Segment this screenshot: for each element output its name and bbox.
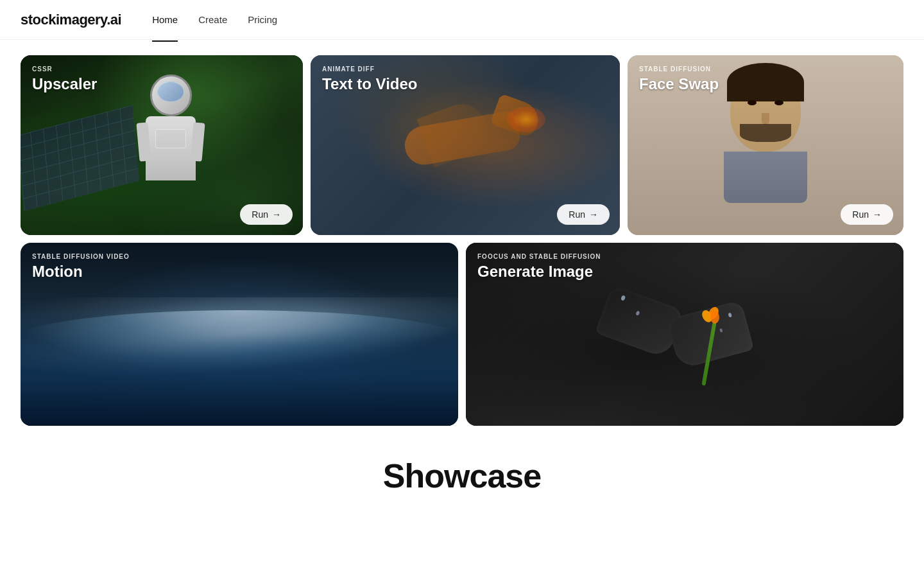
nav-links: Home Create Pricing <box>152 12 277 28</box>
droplet-1 <box>620 295 626 301</box>
text-to-video-run-label: Run <box>569 209 585 220</box>
droplet-2 <box>635 310 640 315</box>
nav-home[interactable]: Home <box>152 12 178 28</box>
face-beard <box>740 124 791 142</box>
gloves-visual <box>588 270 781 399</box>
text-to-video-label: ANIMATE DIFF Text to Video <box>322 66 417 93</box>
face-shirt <box>724 152 807 203</box>
showcase-section: Showcase <box>21 426 903 511</box>
flower-head <box>697 306 723 328</box>
face-hair <box>727 63 804 101</box>
card-text-to-video[interactable]: ANIMATE DIFF Text to Video Run → <box>311 55 620 235</box>
motion-subtitle: STABLE DIFFUSION VIDEO <box>32 253 130 260</box>
upscaler-title: Upscaler <box>32 75 97 93</box>
face-nose <box>762 113 769 125</box>
upscaler-run-label: Run <box>252 209 268 220</box>
navigation: stockimagery.ai Home Create Pricing <box>0 0 924 40</box>
face-swap-label: STABLE DIFFUSION Face Swap <box>639 66 719 93</box>
bottom-card-grid: STABLE DIFFUSION VIDEO Motion <box>21 243 903 426</box>
droplet-3 <box>728 312 732 317</box>
motion-title: Motion <box>32 263 130 281</box>
text-to-video-subtitle: ANIMATE DIFF <box>322 66 417 73</box>
face-swap-run-button[interactable]: Run → <box>841 204 893 225</box>
droplet-4 <box>719 328 723 332</box>
card-motion[interactable]: STABLE DIFFUSION VIDEO Motion <box>21 243 458 426</box>
upscaler-arrow-icon: → <box>272 209 281 220</box>
upscaler-label: CSSR Upscaler <box>32 66 97 93</box>
upscaler-subtitle: CSSR <box>32 66 97 73</box>
card-generate-image[interactable]: FOOCUS AND STABLE DIFFUSION Generate Ima… <box>466 243 903 426</box>
eye-left <box>748 100 757 105</box>
showcase-title: Showcase <box>21 457 903 495</box>
text-to-video-run-button[interactable]: Run → <box>557 204 610 225</box>
text-to-video-title: Text to Video <box>322 75 417 93</box>
upscaler-run-button[interactable]: Run → <box>240 204 293 225</box>
top-card-grid: CSSR Upscaler Run → <box>21 55 903 235</box>
face-eyes <box>730 100 801 105</box>
petal-3 <box>710 311 719 324</box>
motion-label: STABLE DIFFUSION VIDEO Motion <box>32 253 130 281</box>
logo[interactable]: stockimagery.ai <box>21 12 121 28</box>
generate-image-label: FOOCUS AND STABLE DIFFUSION Generate Ima… <box>477 253 601 281</box>
face-swap-title: Face Swap <box>639 75 719 93</box>
face-swap-run-label: Run <box>852 209 869 220</box>
card-upscaler[interactable]: CSSR Upscaler Run → <box>21 55 303 235</box>
text-to-video-arrow-icon: → <box>589 209 598 220</box>
face-swap-arrow-icon: → <box>873 209 882 220</box>
main-content: CSSR Upscaler Run → <box>0 40 924 536</box>
astronaut-visual <box>126 74 216 235</box>
generate-image-title: Generate Image <box>477 263 601 281</box>
nav-pricing[interactable]: Pricing <box>248 12 277 28</box>
nav-create[interactable]: Create <box>198 12 227 28</box>
card-face-swap[interactable]: STABLE DIFFUSION Face Swap Run → <box>628 55 903 235</box>
eye-right <box>774 100 783 105</box>
face-head <box>730 68 801 152</box>
person-visual <box>701 55 830 235</box>
generate-image-subtitle: FOOCUS AND STABLE DIFFUSION <box>477 253 601 260</box>
face-swap-subtitle: STABLE DIFFUSION <box>639 66 719 73</box>
